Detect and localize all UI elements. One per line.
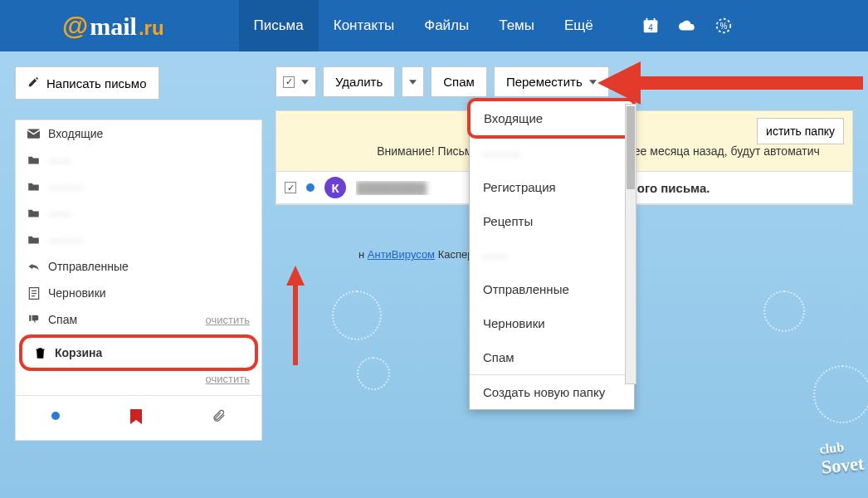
- reply-icon: [27, 261, 40, 273]
- chevron-down-icon: [589, 80, 597, 85]
- calendar-icon[interactable]: 4: [641, 17, 660, 35]
- watermark: club Sovet: [819, 437, 866, 478]
- folder-label: Спам: [48, 313, 77, 326]
- folder-label: Корзина: [55, 346, 102, 359]
- thumbs-down-icon: [27, 314, 40, 326]
- folder-custom[interactable]: ———: [16, 173, 261, 200]
- logo-tld: .ru: [139, 17, 164, 40]
- spam-label: Спам: [443, 75, 475, 89]
- folder-inbox[interactable]: Входящие: [16, 120, 261, 147]
- folder-label: ———: [48, 233, 83, 247]
- compose-label: Написать письмо: [46, 76, 147, 90]
- header: @ mail .ru Письма Контакты Файлы Темы Ещ…: [0, 0, 868, 51]
- dropdown-scrollbar[interactable]: [625, 104, 636, 384]
- nav-files[interactable]: Файлы: [409, 0, 484, 51]
- nav-more[interactable]: Ещё: [549, 0, 608, 51]
- highlight-inbox-option: Входящие: [467, 98, 636, 139]
- delete-label: Удалить: [335, 75, 383, 89]
- trash-clear-row: очистить: [16, 373, 261, 395]
- dd-option[interactable]: Черновики: [470, 306, 634, 340]
- av-prefix: н: [358, 248, 368, 261]
- dd-option[interactable]: ——: [470, 238, 634, 272]
- document-icon: [27, 287, 40, 300]
- chevron-down-icon: [301, 80, 309, 85]
- sidebar: Написать письмо Входящие —— ——— —— ———: [15, 66, 262, 441]
- dd-option[interactable]: ———: [470, 136, 634, 170]
- select-all-checkbox[interactable]: [276, 66, 316, 97]
- antivirus-link[interactable]: АнтиВирусом: [368, 248, 435, 261]
- top-icons: 4 %: [641, 17, 733, 35]
- bookmark-icon[interactable]: [130, 409, 142, 427]
- folder-drafts[interactable]: Черновики: [16, 280, 261, 306]
- clear-spam-link[interactable]: очистить: [206, 314, 250, 326]
- sidebar-bottom-icons: [16, 395, 261, 440]
- avatar: К: [324, 177, 346, 198]
- folder-label: Входящие: [48, 127, 103, 140]
- chevron-down-icon: [409, 80, 417, 85]
- dd-option[interactable]: Спам: [470, 340, 634, 374]
- folder-sent[interactable]: Отправленные: [16, 253, 261, 280]
- trash-icon: [34, 347, 46, 359]
- dd-option-inbox[interactable]: Входящие: [471, 101, 633, 135]
- folder-spam[interactable]: Спам очистить: [16, 306, 261, 333]
- folder-custom[interactable]: ———: [16, 227, 261, 253]
- folder-custom[interactable]: ——: [16, 147, 261, 173]
- attachment-icon[interactable]: [212, 409, 227, 427]
- unread-dot-icon: [306, 183, 315, 192]
- discount-icon[interactable]: %: [714, 17, 733, 35]
- unread-dot-icon[interactable]: [51, 409, 60, 427]
- folder-icon: [27, 181, 40, 193]
- svg-rect-2: [646, 18, 647, 22]
- cloud-icon[interactable]: [678, 17, 696, 35]
- svg-text:%: %: [719, 22, 727, 31]
- folder-custom[interactable]: ——: [16, 200, 261, 227]
- move-button[interactable]: Переместить: [494, 66, 609, 97]
- compose-button[interactable]: Написать письмо: [15, 66, 159, 100]
- folder-icon: [27, 154, 40, 167]
- folder-label: ——: [48, 154, 71, 167]
- checkbox-icon: [283, 76, 295, 88]
- folder-icon: [27, 208, 40, 220]
- logo-text: mail: [90, 12, 137, 41]
- move-label: Переместить: [506, 75, 583, 89]
- dd-option[interactable]: Рецепты: [470, 204, 634, 238]
- nav-mail[interactable]: Письма: [239, 0, 319, 51]
- folder-label: Отправленные: [48, 260, 129, 273]
- svg-text:4: 4: [648, 23, 653, 32]
- svg-rect-3: [653, 18, 655, 22]
- delete-dropdown[interactable]: [402, 66, 424, 97]
- row-checkbox[interactable]: [285, 182, 296, 193]
- spam-button[interactable]: Спам: [431, 66, 487, 97]
- folder-label: ——: [48, 207, 71, 220]
- move-dropdown: Входящие ——— Регистрация Рецепты —— Отпр…: [469, 100, 635, 410]
- dd-option[interactable]: Отправленные: [470, 272, 634, 306]
- clear-trash-link[interactable]: очистить: [206, 373, 250, 385]
- dd-create-folder[interactable]: Создать новую папку: [470, 375, 634, 409]
- inbox-icon: [27, 128, 40, 140]
- nav-contacts[interactable]: Контакты: [319, 0, 409, 51]
- highlight-trash: Корзина: [19, 334, 258, 371]
- folder-list: Входящие —— ——— —— ——— Отправленные: [15, 120, 262, 441]
- nav-themes[interactable]: Темы: [484, 0, 549, 51]
- dd-option[interactable]: Регистрация: [470, 170, 634, 204]
- folder-label: ———: [48, 180, 83, 193]
- folder-icon: [27, 234, 40, 247]
- empty-folder-button[interactable]: истить папку: [757, 118, 844, 144]
- toolbar: Удалить Спам Переместить: [276, 66, 853, 97]
- logo[interactable]: @ mail .ru: [62, 11, 164, 42]
- logo-at: @: [62, 11, 88, 42]
- folder-trash[interactable]: Корзина: [22, 339, 255, 366]
- folder-label: Черновики: [48, 286, 106, 300]
- compose-icon: [27, 76, 40, 90]
- nav: Письма Контакты Файлы Темы Ещё: [239, 0, 608, 51]
- delete-button[interactable]: Удалить: [323, 66, 395, 97]
